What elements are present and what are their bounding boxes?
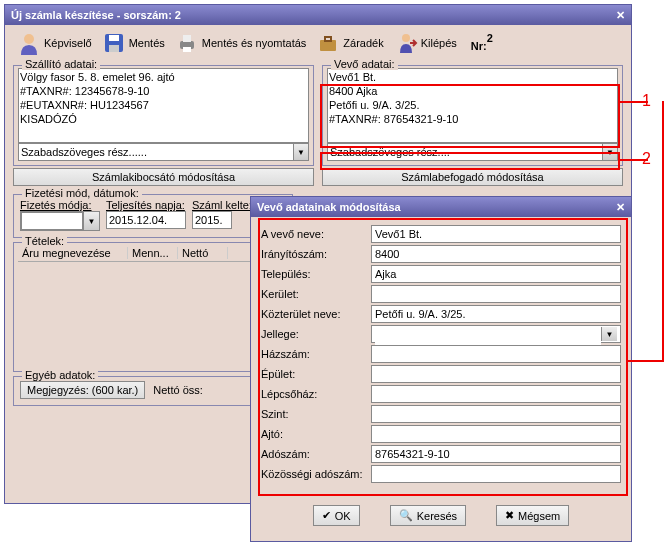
svg-rect-6: [183, 47, 191, 52]
fizetes-mod-label: Fizetés módja:: [20, 199, 100, 211]
dialog-titlebar: Vevő adatainak módosítása ✕: [251, 197, 631, 217]
teljesites-input[interactable]: [106, 211, 186, 229]
dialog-title: Vevő adatainak módosítása: [257, 201, 401, 213]
chevron-down-icon[interactable]: ▼: [83, 212, 99, 230]
col-menn: Menn...: [128, 247, 178, 259]
annotation-vline: [662, 101, 664, 361]
vevo-legend: Vevő adatai:: [331, 58, 398, 70]
briefcase-icon: [316, 31, 340, 55]
vevo-dialog: Vevő adatainak módosítása ✕ A vevő neve:…: [250, 196, 632, 542]
ajto-label: Ajtó:: [261, 428, 371, 440]
close-icon[interactable]: ✕: [616, 9, 625, 22]
person-icon: [17, 31, 41, 55]
kerulet-label: Kerület:: [261, 288, 371, 300]
euado-label: Közösségi adószám:: [261, 468, 371, 480]
netto-ossz-label: Nettó öss:: [153, 384, 203, 396]
kepviselo-button[interactable]: Képviselő: [13, 29, 96, 57]
megsem-button[interactable]: ✖Mégsem: [496, 505, 569, 526]
telep-label: Település:: [261, 268, 371, 280]
cancel-icon: ✖: [505, 509, 514, 522]
svg-rect-5: [183, 35, 191, 42]
epulet-label: Épület:: [261, 368, 371, 380]
lepcso-input[interactable]: [371, 385, 621, 403]
save-icon: [102, 31, 126, 55]
szallito-mod-button[interactable]: Számlakibocsátó módosítása: [13, 168, 314, 186]
svg-point-0: [24, 34, 34, 44]
teljesites-label: Teljesítés napja:: [106, 199, 186, 211]
lepcso-label: Lépcsőház:: [261, 388, 371, 400]
irsz-label: Irányítószám:: [261, 248, 371, 260]
irsz-input[interactable]: [371, 245, 621, 263]
col-netto: Nettó: [178, 247, 228, 259]
chevron-down-icon[interactable]: ▼: [294, 143, 309, 161]
annotation-line-3: [628, 360, 664, 362]
hazszam-input[interactable]: [371, 345, 621, 363]
telep-input[interactable]: [371, 265, 621, 283]
kereses-button[interactable]: 🔍Keresés: [390, 505, 466, 526]
kozter-label: Közterület neve:: [261, 308, 371, 320]
svg-rect-3: [109, 45, 119, 52]
jelleg-label: Jellege:: [261, 328, 371, 340]
ajto-input[interactable]: [371, 425, 621, 443]
printer-icon: [175, 31, 199, 55]
search-icon: 🔍: [399, 509, 413, 522]
megjegyzes-button[interactable]: Megjegyzés: (600 kar.): [20, 381, 145, 399]
nr-label: Nr:2: [471, 32, 493, 55]
egyeb-legend: Egyéb adatok:: [22, 369, 98, 381]
vevo-mod-button[interactable]: Számlabefogadó módosítása: [322, 168, 623, 186]
chevron-down-icon[interactable]: ▼: [601, 327, 617, 341]
szint-input[interactable]: [371, 405, 621, 423]
mentes-nyomtatas-button[interactable]: Mentés és nyomtatás: [171, 29, 311, 57]
szallito-textarea[interactable]: Völgy fasor 5. 8. emelet 96. ajtó#TAXNR#…: [18, 68, 309, 143]
nev-label: A vevő neve:: [261, 228, 371, 240]
check-icon: ✔: [322, 509, 331, 522]
exit-icon: [394, 31, 418, 55]
fizetes-legend: Fizetési mód, dátumok:: [22, 187, 142, 199]
vevo-textarea[interactable]: Vevő1 Bt.8400 AjkaPetőfi u. 9/A. 3/25.#T…: [327, 68, 618, 143]
svg-rect-2: [109, 35, 119, 41]
kerulet-input[interactable]: [371, 285, 621, 303]
col-aru: Áru megnevezése: [18, 247, 128, 259]
kilepes-button[interactable]: Kilépés: [390, 29, 461, 57]
tetelek-legend: Tételek:: [22, 235, 67, 247]
szallito-legend: Szállító adatai:: [22, 58, 100, 70]
szallito-freetext[interactable]: [18, 143, 294, 161]
main-title: Új számla készítése - sorszám: 2: [11, 9, 181, 21]
main-titlebar: Új számla készítése - sorszám: 2 ✕: [5, 5, 631, 25]
annotation-label-1: 1: [642, 92, 651, 110]
jelleg-combo[interactable]: ▼: [371, 325, 621, 343]
vevo-freetext[interactable]: [327, 143, 603, 161]
dialog-buttons: ✔OK 🔍Keresés ✖Mégsem: [251, 499, 631, 532]
kelte-input[interactable]: [192, 211, 232, 229]
kozter-input[interactable]: [371, 305, 621, 323]
tetelek-header: Áru megnevezése Menn... Nettó: [18, 245, 288, 262]
toolbar: Képviselő Mentés Mentés és nyomtatás Zár…: [5, 25, 631, 61]
zaradek-button[interactable]: Záradék: [312, 29, 387, 57]
chevron-down-icon[interactable]: ▼: [603, 143, 618, 161]
mentes-button[interactable]: Mentés: [98, 29, 169, 57]
hazszam-label: Házszám:: [261, 348, 371, 360]
kelte-label: Száml kelte:: [192, 199, 252, 211]
vevo-fieldset: Vevő adatai: Vevő1 Bt.8400 AjkaPetőfi u.…: [322, 65, 623, 166]
szallito-fieldset: Szállító adatai: Völgy fasor 5. 8. emele…: [13, 65, 314, 166]
euado-input[interactable]: [371, 465, 621, 483]
svg-rect-8: [325, 37, 331, 41]
epulet-input[interactable]: [371, 365, 621, 383]
fizetes-mod-combo[interactable]: ▼: [20, 211, 100, 231]
close-icon[interactable]: ✕: [616, 201, 625, 214]
adoszam-label: Adószám:: [261, 448, 371, 460]
nev-input[interactable]: [371, 225, 621, 243]
annotation-label-2: 2: [642, 150, 651, 168]
ok-button[interactable]: ✔OK: [313, 505, 360, 526]
szint-label: Szint:: [261, 408, 371, 420]
svg-point-9: [402, 34, 410, 42]
adoszam-input[interactable]: [371, 445, 621, 463]
